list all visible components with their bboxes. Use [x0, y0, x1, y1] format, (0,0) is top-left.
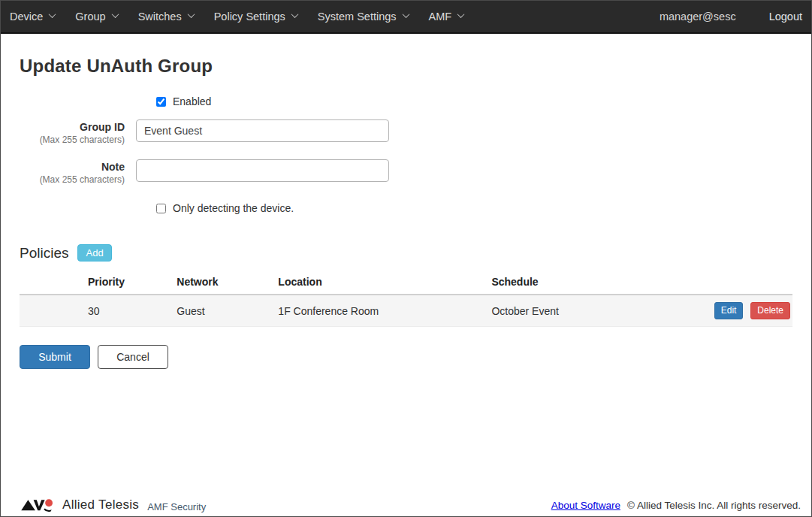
- col-header-priority: Priority: [82, 271, 171, 295]
- top-navbar: Device Group Switches Policy Settings Sy…: [1, 1, 811, 34]
- nav-item-amf[interactable]: AMF: [429, 11, 464, 23]
- chevron-down-icon: [49, 11, 56, 18]
- main-content: Update UnAuth Group Enabled Group ID (Ma…: [1, 56, 811, 369]
- about-software-link[interactable]: About Software: [551, 500, 620, 511]
- nav-item-label: Policy Settings: [214, 11, 285, 23]
- cell-actions: Edit Delete: [708, 295, 792, 327]
- copyright-text: © Allied Telesis Inc. All rights reserve…: [627, 500, 801, 511]
- nav-item-label: AMF: [429, 11, 452, 23]
- logged-in-user: manager@sesc: [660, 11, 736, 23]
- col-header-schedule: Schedule: [485, 271, 708, 295]
- cell-schedule: October Event: [485, 295, 708, 327]
- nav-item-label: Group: [75, 11, 105, 23]
- nav-item-group[interactable]: Group: [75, 11, 117, 23]
- note-input[interactable]: [136, 159, 389, 182]
- nav-item-switches[interactable]: Switches: [138, 11, 194, 23]
- cancel-button[interactable]: Cancel: [98, 345, 168, 369]
- empty-header-cell: [20, 271, 82, 295]
- only-detecting-label[interactable]: Only detecting the device.: [173, 202, 294, 214]
- delete-policy-button[interactable]: Delete: [750, 302, 790, 319]
- enabled-checkbox-row: Enabled: [156, 95, 792, 107]
- nav-item-label: Device: [10, 11, 43, 23]
- col-header-location: Location: [272, 271, 485, 295]
- chevron-down-icon: [111, 11, 119, 18]
- add-policy-button[interactable]: Add: [77, 244, 111, 262]
- cell-network: Guest: [171, 295, 272, 327]
- product-name: AMF Security: [147, 501, 206, 512]
- group-id-input[interactable]: [136, 119, 389, 142]
- nav-item-label: System Settings: [318, 11, 397, 23]
- allied-telesis-logo: [20, 497, 57, 512]
- enabled-checkbox[interactable]: [156, 97, 166, 107]
- submit-button[interactable]: Submit: [20, 345, 90, 369]
- enabled-label[interactable]: Enabled: [173, 95, 211, 107]
- col-header-network: Network: [171, 271, 272, 295]
- logout-button[interactable]: Logout: [769, 11, 802, 23]
- chevron-down-icon: [402, 11, 409, 18]
- cell-priority: 30: [82, 295, 171, 327]
- brand: Allied Telesis AMF Security: [20, 497, 206, 512]
- table-header-row: Priority Network Location Schedule: [20, 271, 792, 295]
- chevron-down-icon: [187, 11, 195, 18]
- nav-item-policy-settings[interactable]: Policy Settings: [214, 11, 297, 23]
- group-id-label: Group ID: [20, 121, 125, 134]
- policies-table: Priority Network Location Schedule 30 Gu…: [20, 271, 792, 327]
- nav-item-label: Switches: [138, 11, 182, 23]
- note-hint: (Max 255 characters): [20, 174, 125, 186]
- group-id-field-row: Group ID (Max 255 characters): [20, 119, 792, 146]
- table-row: 30 Guest 1F Conference Room October Even…: [20, 295, 792, 327]
- row-indent-cell: [20, 295, 82, 327]
- note-label: Note: [20, 161, 125, 174]
- page-title: Update UnAuth Group: [20, 56, 792, 77]
- nav-item-system-settings[interactable]: System Settings: [318, 11, 409, 23]
- only-detecting-checkbox-row: Only detecting the device.: [156, 202, 792, 214]
- update-unauth-group-page: { "navbar": { "items": [ { "label": "Dev…: [0, 0, 812, 517]
- footer: Allied Telesis AMF Security About Softwa…: [20, 497, 801, 512]
- group-id-hint: (Max 255 characters): [20, 134, 125, 146]
- only-detecting-checkbox[interactable]: [156, 204, 166, 213]
- note-field-row: Note (Max 255 characters): [20, 159, 792, 186]
- brand-name: Allied Telesis: [62, 497, 139, 512]
- chevron-down-icon: [291, 11, 298, 18]
- nav-item-device[interactable]: Device: [10, 11, 55, 23]
- edit-policy-button[interactable]: Edit: [714, 302, 744, 319]
- col-header-actions: [708, 271, 792, 295]
- cell-location: 1F Conference Room: [272, 295, 485, 327]
- form-actions: Submit Cancel: [20, 345, 792, 369]
- chevron-down-icon: [457, 11, 465, 18]
- policies-heading: Policies: [20, 245, 68, 262]
- policies-section-header: Policies Add: [20, 244, 792, 262]
